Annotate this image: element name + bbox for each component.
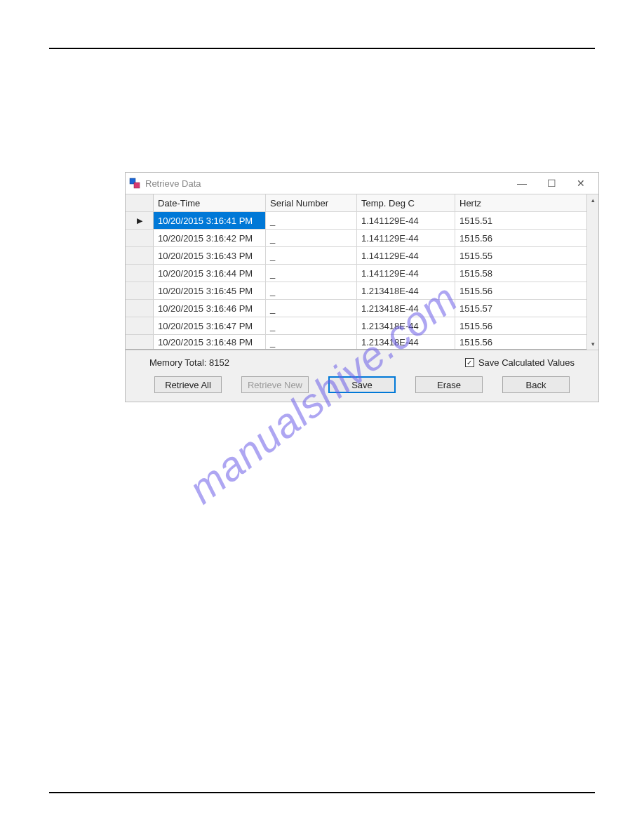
cell-hertz[interactable]: 1515.51	[455, 212, 561, 229]
cell-datetime[interactable]: 10/20/2015 3:16:47 PM	[154, 317, 266, 334]
cell-temp[interactable]: 1.213418E-44	[357, 282, 455, 299]
cell-serial[interactable]: _	[266, 265, 357, 282]
cell-serial[interactable]: _	[266, 300, 357, 317]
vertical-scrollbar[interactable]: ▴ ▾	[586, 194, 598, 350]
cell-datetime[interactable]: 10/20/2015 3:16:44 PM	[154, 265, 266, 282]
window-title: Retrieve Data	[145, 178, 513, 189]
grid-row[interactable]: 10/20/2015 3:16:42 PM _ 1.141129E-44 151…	[126, 230, 586, 247]
scroll-down-icon[interactable]: ▾	[591, 340, 595, 348]
cell-datetime[interactable]: 10/20/2015 3:16:43 PM	[154, 247, 266, 264]
cell-temp[interactable]: 1.213418E-44	[357, 317, 455, 334]
minimize-button[interactable]: —	[513, 178, 531, 189]
retrieve-all-button[interactable]: Retrieve All	[154, 376, 222, 393]
cell-hertz[interactable]: 1515.56	[455, 335, 561, 349]
cell-serial[interactable]: _	[266, 335, 357, 349]
memory-total: Memory Total: 8152	[149, 357, 229, 368]
grid-row[interactable]: ▶ 10/20/2015 3:16:41 PM _ 1.141129E-44 1…	[126, 212, 586, 230]
page-top-rule	[49, 48, 595, 49]
cell-serial[interactable]: _	[266, 247, 357, 264]
window-footer: Memory Total: 8152 ✓ Save Calculated Val…	[126, 350, 598, 402]
row-indicator	[126, 317, 154, 334]
grid-row[interactable]: 10/20/2015 3:16:46 PM _ 1.213418E-44 151…	[126, 300, 586, 317]
app-icon	[128, 177, 141, 190]
row-indicator	[126, 335, 154, 349]
svg-rect-1	[134, 183, 140, 188]
grid-row[interactable]: 10/20/2015 3:16:48 PM _ 1.213418E-44 151…	[126, 335, 586, 350]
cell-datetime[interactable]: 10/20/2015 3:16:48 PM	[154, 335, 266, 349]
cell-serial[interactable]: _	[266, 212, 357, 229]
grid-row[interactable]: 10/20/2015 3:16:47 PM _ 1.213418E-44 151…	[126, 317, 586, 335]
cell-temp[interactable]: 1.141129E-44	[357, 230, 455, 246]
cell-datetime[interactable]: 10/20/2015 3:16:42 PM	[154, 230, 266, 246]
cell-hertz[interactable]: 1515.58	[455, 265, 561, 282]
grid-header-row: Date-Time Serial Number Temp. Deg C Hert…	[126, 194, 586, 212]
col-header-temp[interactable]: Temp. Deg C	[357, 194, 455, 211]
checkbox-icon: ✓	[465, 358, 474, 367]
save-calculated-checkbox[interactable]: ✓ Save Calculated Values	[465, 357, 575, 368]
cell-datetime[interactable]: 10/20/2015 3:16:45 PM	[154, 282, 266, 299]
col-header-serial[interactable]: Serial Number	[266, 194, 357, 211]
cell-temp[interactable]: 1.141129E-44	[357, 247, 455, 264]
cell-temp[interactable]: 1.213418E-44	[357, 300, 455, 317]
cell-datetime[interactable]: 10/20/2015 3:16:41 PM	[154, 212, 266, 229]
row-indicator	[126, 282, 154, 299]
page-bottom-rule	[49, 792, 595, 793]
retrieve-data-window: Retrieve Data — ☐ ✕ Date-Time Serial Num…	[125, 172, 599, 402]
checkbox-label: Save Calculated Values	[478, 357, 575, 368]
grid-row[interactable]: 10/20/2015 3:16:43 PM _ 1.141129E-44 151…	[126, 247, 586, 265]
row-indicator-current: ▶	[126, 212, 154, 229]
save-button[interactable]: Save	[328, 376, 396, 393]
row-indicator	[126, 230, 154, 246]
col-header-hertz[interactable]: Hertz	[455, 194, 561, 211]
retrieve-new-button[interactable]: Retrieve New	[241, 376, 309, 393]
cell-hertz[interactable]: 1515.56	[455, 230, 561, 246]
cell-serial[interactable]: _	[266, 282, 357, 299]
cell-temp[interactable]: 1.213418E-44	[357, 335, 455, 349]
cell-hertz[interactable]: 1515.56	[455, 317, 561, 334]
grid-row[interactable]: 10/20/2015 3:16:44 PM _ 1.141129E-44 151…	[126, 265, 586, 282]
cell-hertz[interactable]: 1515.56	[455, 282, 561, 299]
erase-button[interactable]: Erase	[415, 376, 483, 393]
data-grid: Date-Time Serial Number Temp. Deg C Hert…	[126, 194, 598, 350]
window-controls: — ☐ ✕	[513, 178, 598, 189]
maximize-button[interactable]: ☐	[542, 178, 561, 189]
grid-row[interactable]: 10/20/2015 3:16:45 PM _ 1.213418E-44 151…	[126, 282, 586, 300]
scroll-up-icon[interactable]: ▴	[591, 197, 595, 204]
cell-temp[interactable]: 1.141129E-44	[357, 265, 455, 282]
row-indicator	[126, 265, 154, 282]
cell-hertz[interactable]: 1515.57	[455, 300, 561, 317]
cell-hertz[interactable]: 1515.55	[455, 247, 561, 264]
cell-serial[interactable]: _	[266, 317, 357, 334]
col-header-datetime[interactable]: Date-Time	[154, 194, 266, 211]
titlebar: Retrieve Data — ☐ ✕	[126, 173, 598, 194]
row-indicator	[126, 247, 154, 264]
cell-serial[interactable]: _	[266, 230, 357, 246]
row-indicator	[126, 300, 154, 317]
cell-datetime[interactable]: 10/20/2015 3:16:46 PM	[154, 300, 266, 317]
grid-corner	[126, 194, 154, 211]
cell-temp[interactable]: 1.141129E-44	[357, 212, 455, 229]
close-button[interactable]: ✕	[572, 178, 590, 189]
back-button[interactable]: Back	[502, 376, 570, 393]
